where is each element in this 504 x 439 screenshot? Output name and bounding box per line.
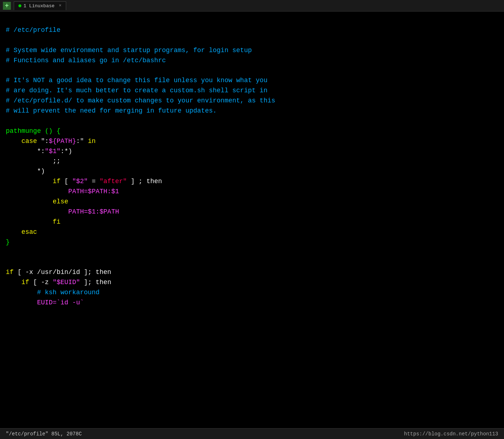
line-28: EUID=`id -u` <box>6 299 84 306</box>
tab-label: 1 Linuxbase <box>24 3 55 9</box>
line-20: fi <box>6 218 60 225</box>
add-tab-button[interactable]: + <box>3 2 11 10</box>
line-11: pathmunge () { <box>6 127 60 135</box>
line-13: *:"$1":*) <box>6 148 72 155</box>
line-18: else <box>6 198 68 205</box>
add-icon: + <box>5 2 9 9</box>
line-26: if [ -z "$EUID" ]; then <box>6 279 111 286</box>
line-12: case ":${PATH}:" in <box>6 138 96 145</box>
tab-status-dot <box>18 4 21 7</box>
line-9: # will prevent the need for merging in f… <box>6 107 217 114</box>
line-4: # Functions and aliases go in /etc/bashr… <box>6 57 166 64</box>
line-25: if [ -x /usr/bin/id ]; then <box>6 269 111 276</box>
line-8: # /etc/profile.d/ to make custom changes… <box>6 97 275 104</box>
line-27: # ksh workaround <box>6 289 99 296</box>
line-1: # /etc/profile <box>6 26 60 34</box>
line-15: *) <box>6 168 45 175</box>
line-6: # It's NOT a good idea to change this fi… <box>6 77 268 84</box>
tab-close-button[interactable]: × <box>59 3 61 8</box>
line-3: # System wide environment and startup pr… <box>6 47 252 54</box>
line-21: esac <box>6 228 37 236</box>
line-14: ;; <box>6 157 60 165</box>
title-bar: + 1 Linuxbase × <box>0 0 504 12</box>
line-7: # are doing. It's much better to create … <box>6 87 268 94</box>
status-bar: "/etc/profile" 85L, 2078C https://blog.c… <box>0 428 504 439</box>
line-19: PATH=$1:$PATH <box>6 208 119 215</box>
tab-linuxbase[interactable]: 1 Linuxbase × <box>14 1 66 10</box>
editor-area[interactable]: # /etc/profile # System wide environment… <box>0 12 504 428</box>
status-file-info: "/etc/profile" 85L, 2078C <box>6 431 82 437</box>
status-url: https://blog.csdn.net/python113 <box>404 431 498 437</box>
line-22: } <box>6 239 10 246</box>
line-16: if [ "$2" = "after" ] ; then <box>6 178 162 185</box>
line-17: PATH=$PATH:$1 <box>6 188 119 195</box>
code-content: # /etc/profile # System wide environment… <box>6 15 498 318</box>
